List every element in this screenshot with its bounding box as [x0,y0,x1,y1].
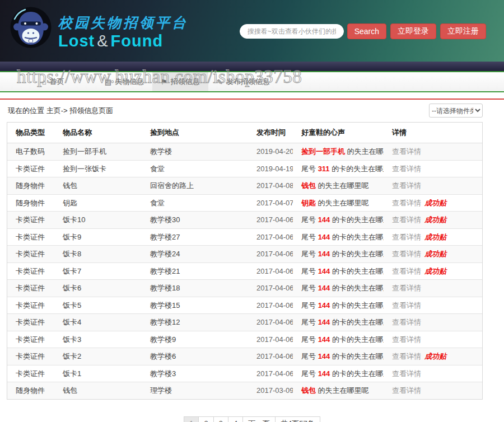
message-rest: 的卡的失主在哪里呢 [330,352,384,360]
table-header-row: 物品类型 物品名称 捡到地点 发布时间 好童鞋的心声 详情 [7,123,482,143]
view-detail-link[interactable]: 查看详情 [392,318,421,326]
cell-item-type: 卡类证件 [7,160,54,177]
view-detail-link[interactable]: 查看详情 [392,335,421,344]
success-badge: 成功贴 [424,267,446,275]
message-rest: 的失主在哪里呢 [316,199,369,207]
cell-item-type: 卡类证件 [7,365,54,382]
view-detail-link[interactable]: 查看详情 [392,267,421,275]
title-found: Found [111,32,164,50]
pencil-icon: ✎ [217,78,223,86]
next-page-button[interactable]: 下一页 [242,416,276,422]
view-detail-link[interactable]: 查看详情 [392,165,421,173]
cell-place: 教学楼6 [142,348,248,365]
table-row: 卡类证件饭卡9教学楼272017-04-06尾号 144 的卡的失主在哪里呢查看… [7,228,482,246]
nav-item-1[interactable]: ▤失物信息 [96,72,152,91]
message-rest: 的卡的失主在哪里呢 [330,165,384,173]
search-input[interactable] [240,24,344,39]
view-detail-link[interactable]: 查看详情 [392,215,421,224]
view-detail-link[interactable]: 查看详情 [392,352,421,360]
cell-item-name: 钥匙 [54,194,142,212]
table-row: 卡类证件饭卡4教学楼122017-04-06尾号 144 的卡的失主在哪里呢查看… [7,314,482,331]
cell-detail: 查看详情成功贴 [384,228,482,246]
table-row: 卡类证件饭卡5教学楼152017-04-06尾号 144 的卡的失主在哪里呢查看… [7,297,482,314]
cell-date: 2017-04-06 [248,331,293,348]
message-rest: 的卡的失主在哪里呢 [330,215,384,224]
cell-place: 教学楼12 [142,314,248,331]
page-button-2[interactable]: 2 [198,416,213,422]
nav-item-0[interactable]: ⌂首页 [34,72,73,91]
pagination: 1234下一页共4页57条 [0,416,504,422]
message-highlight: 144 [318,318,330,326]
breadcrumb-row: 现在的位置 主页-> 招领信息页面 --请选择物件类型-- [0,100,504,120]
cell-item-name: 饭卡6 [54,280,142,297]
nav-item-2[interactable]: ⚑招领信息 [152,72,208,91]
view-detail-link[interactable]: 查看详情 [392,369,421,378]
message-pre: 尾号 [301,369,318,378]
view-detail-link[interactable]: 查看详情 [392,284,421,292]
breadcrumb: 现在的位置 主页-> 招领信息页面 [8,106,113,116]
view-detail-link[interactable]: 查看详情 [392,199,421,207]
cell-detail: 查看详情 [384,314,482,331]
table-row: 卡类证件饭卡7教学楼212017-04-06尾号 144 的卡的失主在哪里呢查看… [7,262,482,280]
cell-message: 尾号 144 的卡的失主在哪里呢 [293,331,384,348]
view-detail-link[interactable]: 查看详情 [392,301,421,310]
cell-detail: 查看详情 [384,382,482,399]
view-detail-link[interactable]: 查看详情 [392,147,421,156]
message-pre: 尾号 [301,318,318,326]
register-button[interactable]: 立即注册 [440,24,486,39]
success-badge: 成功贴 [424,352,446,360]
header-place: 捡到地点 [142,123,248,143]
header-message: 好童鞋的心声 [293,123,384,143]
cell-message: 尾号 144 的卡的失主在哪里呢 [293,246,384,263]
message-rest: 的卡的失主在哪里呢 [330,250,384,258]
message-pre: 尾号 [301,267,318,275]
cell-item-name: 饭卡5 [54,297,142,314]
cell-date: 2017-04-06 [248,262,293,280]
cell-place: 食堂 [142,160,248,177]
page-button-1[interactable]: 1 [184,416,199,422]
message-pre: 尾号 [301,335,318,344]
cell-date: 2017-04-06 [248,212,293,229]
message-highlight: 144 [318,352,330,360]
title-lost: Lost [58,32,95,50]
gorilla-logo-icon [10,6,52,49]
table-row: 卡类证件捡到一张饭卡食堂2019-04-19尾号 311 的卡的失主在哪里呢查看… [7,160,482,177]
view-detail-link[interactable]: 查看详情 [392,250,421,258]
cell-place: 食堂 [142,194,248,212]
view-detail-link[interactable]: 查看详情 [392,181,421,190]
message-rest: 的卡的失主在哪里呢 [330,301,384,310]
success-badge: 成功贴 [424,199,446,207]
cell-message: 尾号 144 的卡的失主在哪里呢 [293,365,384,382]
cell-item-type: 卡类证件 [7,331,54,348]
cell-date: 2017-04-06 [248,228,293,246]
found-items-table: 物品类型 物品名称 捡到地点 发布时间 好童鞋的心声 详情 电子数码捡到一部手机… [7,123,482,399]
success-badge: 成功贴 [424,233,446,241]
table-row: 卡类证件饭卡10教学楼302017-04-06尾号 144 的卡的失主在哪里呢查… [7,212,482,229]
message-highlight: 144 [318,250,330,258]
pagination-summary: 共4页57条 [275,416,320,422]
cell-place: 教学楼3 [142,365,248,382]
cell-place: 教学楼27 [142,228,248,246]
nav-item-3[interactable]: ✎发布招领信息 [208,72,278,91]
cell-place: 回宿舍的路上 [142,177,248,195]
cell-detail: 查看详情 [384,297,482,314]
page-button-4[interactable]: 4 [228,416,243,422]
breadcrumb-home-link[interactable]: 主页-> [46,106,68,115]
login-button[interactable]: 立即登录 [390,24,436,39]
cell-place: 教学楼30 [142,212,248,229]
page-button-3[interactable]: 3 [213,416,228,422]
cell-detail: 查看详情 [384,177,482,195]
message-rest: 的失主在哪里呢 [316,181,369,190]
cell-place: 教学楼15 [142,297,248,314]
view-detail-link[interactable]: 查看详情 [392,233,421,241]
header-item-type: 物品类型 [7,123,54,143]
cell-date: 2017-04-06 [248,314,293,331]
message-pre: 尾号 [301,215,318,224]
search-button[interactable]: Search [347,24,386,39]
message-highlight: 144 [318,267,330,275]
item-type-select[interactable]: --请选择物件类型-- [429,104,483,118]
cell-item-type: 卡类证件 [7,228,54,246]
spacer [0,92,504,99]
view-detail-link[interactable]: 查看详情 [392,386,421,395]
message-rest: 的卡的失主在哪里呢 [330,284,384,292]
